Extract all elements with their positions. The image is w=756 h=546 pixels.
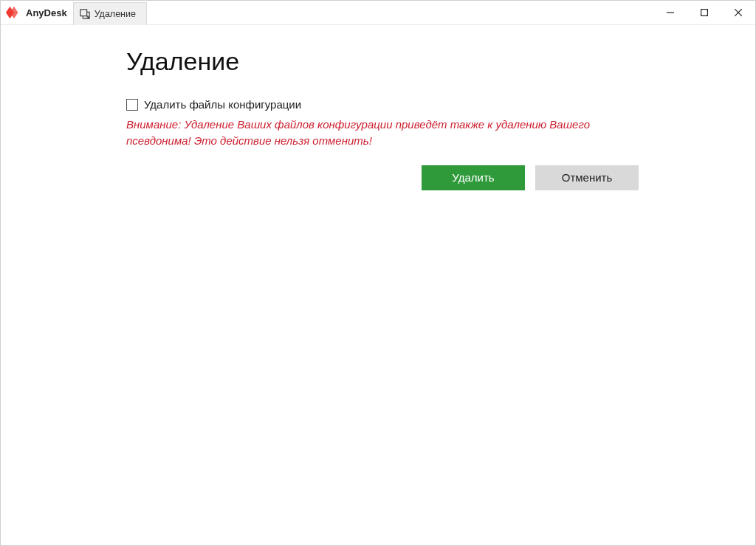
app-window: AnyDesk Удаление <box>0 0 756 546</box>
maximize-icon <box>701 9 708 16</box>
delete-config-row: Удалить файлы конфигурации <box>126 98 755 111</box>
tab-uninstall[interactable]: Удаление <box>73 2 147 25</box>
delete-config-checkbox[interactable] <box>126 99 138 111</box>
app-name: AnyDesk <box>26 7 67 18</box>
maximize-button[interactable] <box>687 1 721 24</box>
title-left: AnyDesk Удаление <box>1 1 147 24</box>
svg-rect-2 <box>701 10 708 16</box>
anydesk-logo-icon <box>5 4 21 21</box>
close-button[interactable] <box>721 1 755 24</box>
warning-text: Внимание: Удаление Ваших файлов конфигур… <box>126 117 599 149</box>
page-title: Удаление <box>126 47 755 76</box>
close-icon <box>735 9 742 16</box>
minimize-icon <box>667 9 674 16</box>
delete-config-label: Удалить файлы конфигурации <box>144 98 301 111</box>
cancel-button[interactable]: Отменить <box>535 165 639 190</box>
uninstall-tab-icon <box>80 9 90 19</box>
main-content: Удаление Удалить файлы конфигурации Вним… <box>1 25 755 545</box>
minimize-button[interactable] <box>653 1 687 24</box>
titlebar: AnyDesk Удаление <box>1 1 755 25</box>
tab-label: Удаление <box>94 9 136 19</box>
delete-button[interactable]: Удалить <box>422 165 525 190</box>
button-row: Удалить Отменить <box>422 165 755 190</box>
window-controls <box>653 1 755 24</box>
svg-rect-0 <box>80 9 87 15</box>
